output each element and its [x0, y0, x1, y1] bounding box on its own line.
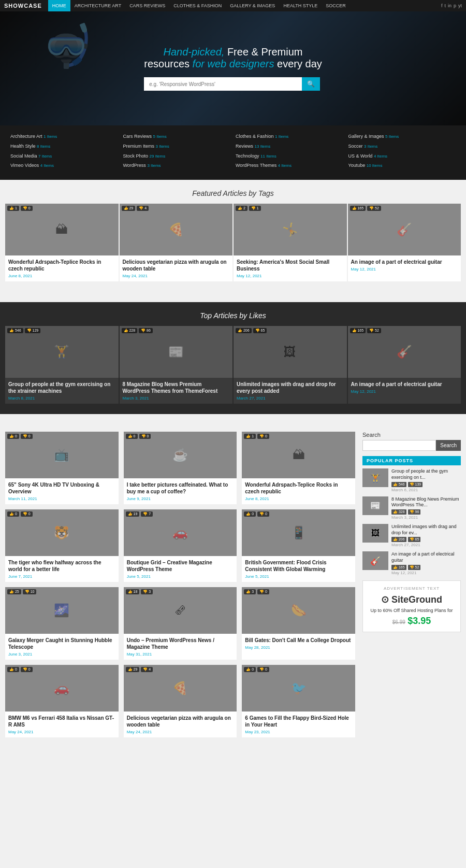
hero-search-input[interactable]: [144, 77, 302, 91]
nav-item-gallery[interactable]: GALLERY & IMAGES: [226, 0, 279, 11]
post-thumbnail: 🍕 👍 29 👎 4: [124, 665, 237, 712]
featured-article-card[interactable]: 🤸 👍 2 👎 1 Seeking: America's Most Social…: [234, 204, 347, 281]
article-badges: 👍 546 👎 129: [7, 328, 40, 333]
article-thumbnail: 🏔 👍 1 👎 0: [5, 204, 119, 255]
pp-like-badge: 👍 165: [391, 565, 406, 570]
popular-post-item[interactable]: 🏋 Group of people at the gym exercising …: [362, 468, 461, 492]
featured-section-header: Featured Articles by Tags: [0, 180, 466, 204]
top-article-card[interactable]: 🎸 👍 165 👎 52 An image of a part of elect…: [348, 326, 461, 404]
pp-dislike-badge: 👎 139: [408, 482, 423, 487]
article-badges: 👍 29 👎 4: [122, 206, 149, 211]
post-thumbnail: 🌭 👍 3 👎 0: [242, 587, 355, 634]
pp-like-badge: 👍 328: [391, 509, 406, 515]
hero-handpicked: Hand-picked,: [164, 46, 225, 58]
post-card[interactable]: 🏔 👍 1 👎 0 Wonderful Adrspach-Teplice Roc…: [242, 432, 355, 504]
post-card[interactable]: 🗞 👍 18 👎 3 Undo – Premium WordPress News…: [124, 587, 237, 660]
article-info: Unlimited images with drag and drop for …: [234, 378, 347, 404]
category-item[interactable]: Gallery & Images 5 Items: [348, 133, 456, 140]
nav-item-cars[interactable]: CARS REVIEWS: [125, 0, 169, 11]
twitter-icon[interactable]: t: [444, 3, 446, 8]
category-item[interactable]: WordPress Themes 4 Items: [236, 162, 343, 169]
dislike-badge: 👎 0: [257, 511, 269, 517]
featured-section-title: Featured Articles by Tags: [0, 189, 466, 197]
pinterest-icon[interactable]: p: [454, 3, 456, 8]
category-item[interactable]: Technology 11 Items: [236, 152, 343, 160]
post-card[interactable]: 🌌 👍 25 👎 10 Galaxy Merger Caught in Stun…: [5, 587, 119, 660]
sidebar-search-input[interactable]: [362, 440, 436, 451]
category-item[interactable]: Clothes & Fashion 1 Items: [236, 133, 343, 140]
category-item[interactable]: Youtube 10 Items: [348, 162, 456, 169]
featured-article-card[interactable]: 🏔 👍 1 👎 0 Wonderful Adrspach-Teplice Roc…: [5, 204, 119, 281]
hero-search-button[interactable]: 🔍: [302, 77, 320, 91]
post-title: The tiger who flew halfway across the wo…: [8, 559, 115, 573]
post-thumbnail: 🐦 👍 0 👎 0: [242, 665, 355, 712]
post-card[interactable]: 🐯 👍 0 👎 0 The tiger who flew halfway acr…: [5, 509, 119, 582]
category-item[interactable]: US & World 4 Items: [348, 152, 456, 160]
like-badge: 👍 1: [244, 434, 256, 439]
like-badge: 👍 228: [122, 328, 138, 333]
post-card[interactable]: 📱 👍 0 👎 0 British Government: Flood Cris…: [242, 509, 355, 582]
dislike-badge: 👎 0: [21, 434, 33, 439]
sidebar-search-button[interactable]: Search: [436, 440, 461, 451]
like-badge: 👍 546: [7, 328, 23, 333]
post-card[interactable]: 🚗 👍 19 👎 7 Boutique Grid – Creative Maga…: [124, 509, 237, 582]
post-title: I take better pictures caffeinated. What…: [127, 481, 234, 495]
facebook-icon[interactable]: f: [441, 3, 443, 8]
post-card[interactable]: 🐦 👍 0 👎 0 6 Games to Fill the Flappy Bir…: [242, 665, 355, 737]
category-item[interactable]: Stock Photo 29 Items: [123, 152, 231, 160]
site-logo[interactable]: SHOWCASE: [4, 3, 42, 9]
sidebar-search: Search Search: [362, 432, 461, 451]
ad-price: $3.95: [407, 616, 431, 626]
like-badge: 👍 0: [244, 511, 256, 517]
popular-post-item[interactable]: 🖼 Unlimited images with drag and drop fo…: [362, 524, 461, 547]
featured-article-card[interactable]: 🍕 👍 29 👎 4 Delicious vegetarian pizza wi…: [120, 204, 233, 281]
category-item[interactable]: Vimeo Videos 4 Items: [10, 162, 118, 169]
post-card[interactable]: 🚗 👍 0 👎 0 BMW M6 vs Ferrari 458 Italia v…: [5, 665, 119, 737]
post-badges: 👍 0 👎 0: [126, 434, 151, 439]
popular-post-item[interactable]: 🎸 An image of a part of electrical guita…: [362, 551, 461, 575]
category-item[interactable]: Cars Reviews 5 Items: [123, 133, 231, 140]
category-item[interactable]: Reviews 13 Items: [236, 143, 343, 150]
youtube-icon[interactable]: yt: [458, 3, 462, 8]
category-item[interactable]: Architecture Art 1 Items: [10, 133, 118, 140]
top-article-card[interactable]: 📰 👍 228 👎 86 8 Magazine Blog News Premiu…: [120, 326, 233, 404]
category-item[interactable]: Soccer 3 Items: [348, 143, 456, 150]
nav-item-architecture[interactable]: ARCHITECTURE ART: [70, 0, 125, 11]
nav-item-clothes[interactable]: CLOTHES & FASHION: [169, 0, 226, 11]
top-article-card[interactable]: 🖼 👍 206 👎 65 Unlimited images with drag …: [234, 326, 347, 404]
ad-text: Up to 60% Off Shared Hosting Plans for: [368, 607, 455, 614]
article-thumbnail: 🎸 👍 165 👎 52: [348, 204, 461, 255]
top-article-card[interactable]: 🏋 👍 546 👎 129 Group of people at the gym…: [5, 326, 119, 404]
category-item[interactable]: Premium Items 3 Items: [123, 143, 231, 150]
instagram-icon[interactable]: in: [448, 3, 452, 8]
category-item[interactable]: WordPress 3 Items: [123, 162, 231, 169]
nav-item-home[interactable]: HOME: [48, 0, 70, 11]
hero-for-designers: for web designers: [193, 58, 274, 69]
pp-dislike-badge: 👎 65: [408, 537, 421, 542]
article-date: May 12, 2021: [351, 389, 458, 394]
article-date: March 3, 2021: [123, 396, 230, 401]
category-item[interactable]: Social Media 7 Items: [10, 152, 118, 160]
dislike-badge: 👎 4: [137, 206, 149, 211]
top-section-header: Top Articles by Likes: [0, 302, 466, 326]
dislike-badge: 👎 65: [253, 328, 267, 333]
featured-article-card[interactable]: 🎸 👍 165 👎 52 An image of a part of elect…: [348, 204, 461, 281]
post-card[interactable]: 📺 👍 0 👎 0 65" Sony 4K Ultra HD TV Unboxi…: [5, 432, 119, 504]
post-card[interactable]: 🍕 👍 29 👎 4 Delicious vegetarian pizza wi…: [124, 665, 237, 737]
dislike-badge: 👎 0: [257, 589, 269, 594]
post-badges: 👍 0 👎 0: [244, 511, 269, 517]
category-item[interactable]: Health Style 8 Items: [10, 143, 118, 150]
article-badges: 👍 165 👎 52: [350, 328, 381, 333]
post-info: I take better pictures caffeinated. What…: [124, 478, 237, 504]
nav-item-health[interactable]: HEALTH STYLE: [279, 0, 322, 11]
popular-post-item[interactable]: 📰 8 Magazine Blog News Premium WordPress…: [362, 496, 461, 520]
post-card[interactable]: 🌭 👍 3 👎 0 Bill Gates: Don't Call Me a Co…: [242, 587, 355, 660]
post-card[interactable]: ☕ 👍 0 👎 0 I take better pictures caffein…: [124, 432, 237, 504]
pp-date: March 27, 2021: [391, 543, 461, 547]
nav-item-soccer[interactable]: SOCCER: [322, 0, 350, 11]
ad-old-price: $6.99: [392, 619, 405, 625]
pp-badges: 👍 165 👎 52: [391, 565, 461, 570]
post-badges: 👍 18 👎 3: [126, 589, 153, 594]
ad-pricing: $6.99 $3.95: [368, 616, 455, 627]
post-thumbnail: 🌌 👍 25 👎 10: [5, 587, 119, 634]
